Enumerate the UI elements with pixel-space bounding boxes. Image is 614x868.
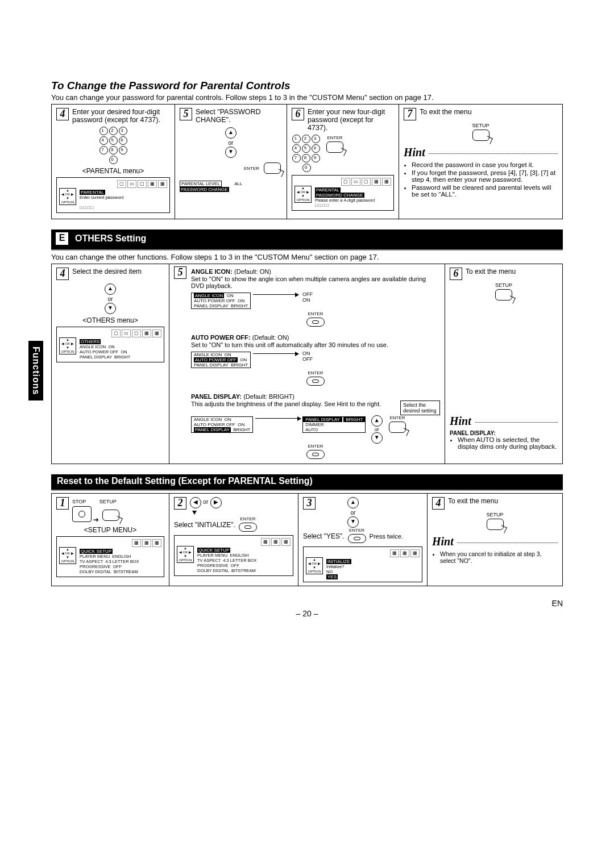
step-number: 4 xyxy=(56,108,69,120)
language-label: EN xyxy=(552,599,563,608)
keypad: 123 456 789 0 xyxy=(292,134,321,173)
setting-table: ANGLE ICON ON AUTO POWER OFF ON PANEL DI… xyxy=(191,352,251,368)
others-menu-box: ▢▭▢▦▦ ▲◀ OK ▶▼OPTION OTHERS ANGLE ICON O… xyxy=(56,327,164,362)
enter-button-icon xyxy=(306,377,325,386)
down-icon: ▼ xyxy=(225,147,237,158)
press-icon xyxy=(486,518,505,531)
hint-list: When AUTO is selected, the display dims … xyxy=(458,436,558,450)
press-icon xyxy=(263,161,282,175)
up-icon: ▲ xyxy=(371,415,383,427)
intro-text: You can change your password for parenta… xyxy=(51,93,563,102)
arrow-right-icon xyxy=(253,294,298,295)
left-icon: ◀ xyxy=(190,497,201,508)
reset-steps-row: 1 STOP SETUP ➔ <SETUP MENU> ▦▦▦ ▲◀ OK ▶▼… xyxy=(51,493,563,586)
menu-label: <OTHERS menu> xyxy=(56,316,164,324)
down-icon: ▼ xyxy=(347,516,359,528)
press-icon xyxy=(325,140,345,154)
step-text: Select "INITIALIZE". xyxy=(174,521,235,529)
step-text: Select the desired item xyxy=(72,268,142,276)
step-number: 5 xyxy=(180,108,192,120)
sidebar-tab: Functions xyxy=(28,341,43,400)
press-icon xyxy=(494,288,513,302)
keypad: 123 456 789 0 xyxy=(56,126,170,165)
arrow-down-icon xyxy=(192,511,197,515)
down-icon: ▼ xyxy=(105,303,116,314)
step-text: To exit the menu xyxy=(420,108,472,116)
step-text: Enter your desired four-digit password (… xyxy=(72,108,169,124)
down-icon: ▼ xyxy=(371,432,383,444)
step-number: 4 xyxy=(432,497,445,510)
setup-label: SETUP xyxy=(404,123,558,128)
press-icon xyxy=(471,128,491,142)
menu-label: <PARENTAL menu> xyxy=(56,167,170,175)
step-text: Select "YES". xyxy=(303,532,345,540)
section-bar-reset: Reset to the Default Setting (Except for… xyxy=(51,474,563,490)
setup-label: SETUP xyxy=(432,512,558,518)
enter-button-icon xyxy=(306,318,325,327)
section-letter: E xyxy=(55,231,69,246)
parental-menu-box: ▢▭▢▦▦ ▲◀ OK ▶▼OPTION PARENTAL Enter curr… xyxy=(56,177,170,213)
step-text: To exit the menu xyxy=(466,268,516,276)
section-title: Reset to the Default Setting (Except for… xyxy=(57,476,313,486)
panel-options-table: PANEL DISPLAY BRIGHT DIMMER AUTO xyxy=(302,416,366,433)
setup-menu-box: ▦▦▦ ▲◀ OK ▶▼OPTION QUICK SETUP PLAYER ME… xyxy=(56,536,164,577)
hint-list: When you cancel to initialize at step 3,… xyxy=(440,550,558,564)
parental-steps-row: 4 Enter your desired four-digit password… xyxy=(51,104,563,219)
section-bar-others: E OTHERS Setting xyxy=(51,229,563,249)
step-number: 3 xyxy=(303,497,316,510)
enter-button-icon xyxy=(306,450,325,459)
step-text: Enter your new four-digit password (exce… xyxy=(308,108,393,132)
menu-label: <SETUP MENU> xyxy=(56,526,164,534)
section-title: OTHERS Setting xyxy=(75,233,146,244)
hint-title: Hint xyxy=(450,415,475,428)
up-icon: ▲ xyxy=(105,283,116,295)
up-icon: ▲ xyxy=(225,127,237,139)
press-icon xyxy=(101,508,121,522)
enter-button-icon xyxy=(239,523,257,532)
step-number: 7 xyxy=(404,108,416,120)
right-icon: ▶ xyxy=(210,497,222,508)
main-title: To Change the Password for Parental Cont… xyxy=(51,80,563,92)
step-number: 5 xyxy=(174,266,186,279)
step-text: To exit the menu xyxy=(448,497,498,505)
parental-menu-box-2: ▢▭▢▦▦ ▲◀ OK ▶▼OPTION PARENTAL PASSWORD C… xyxy=(292,175,394,211)
arrow-right-icon xyxy=(255,418,301,419)
setup-menu-box-2: ▦▦▦ ▲◀ OK ▶▼OPTION QUICK SETUP PLAYER ME… xyxy=(174,535,293,576)
setup-label: SETUP xyxy=(450,282,558,288)
page-number: – 20 – xyxy=(51,609,563,618)
setting-table: ANGLE ICON ON AUTO POWER OFF ON PANEL DI… xyxy=(191,416,253,433)
step-number: 6 xyxy=(450,268,462,280)
press-icon xyxy=(388,420,407,434)
hint-list: Record the password in case you forget i… xyxy=(412,161,558,198)
step-number: 2 xyxy=(174,497,186,510)
step-number: 4 xyxy=(56,268,69,280)
step-number: 1 xyxy=(56,497,69,510)
others-steps-row: 4 Select the desired item ▲ or ▼ <OTHERS… xyxy=(51,264,563,464)
arrow-right-icon xyxy=(253,353,298,354)
step-number: 6 xyxy=(292,108,304,120)
stop-button-icon xyxy=(72,506,92,522)
others-intro: You can change the other functions. Foll… xyxy=(51,253,563,261)
initialize-menu-box: ▦▦▦ ▲◀ OK ▶▼OPTION INITIALIZE Initialize… xyxy=(303,546,422,582)
step-text: Select "PASSWORD CHANGE". xyxy=(196,108,281,124)
hint-title: Hint xyxy=(404,146,429,159)
setting-table: ANGLE ICON ON AUTO POWER OFF ON PANEL DI… xyxy=(191,293,251,309)
up-icon: ▲ xyxy=(347,497,359,508)
enter-button-icon xyxy=(348,534,366,543)
hint-title: Hint xyxy=(432,535,457,548)
